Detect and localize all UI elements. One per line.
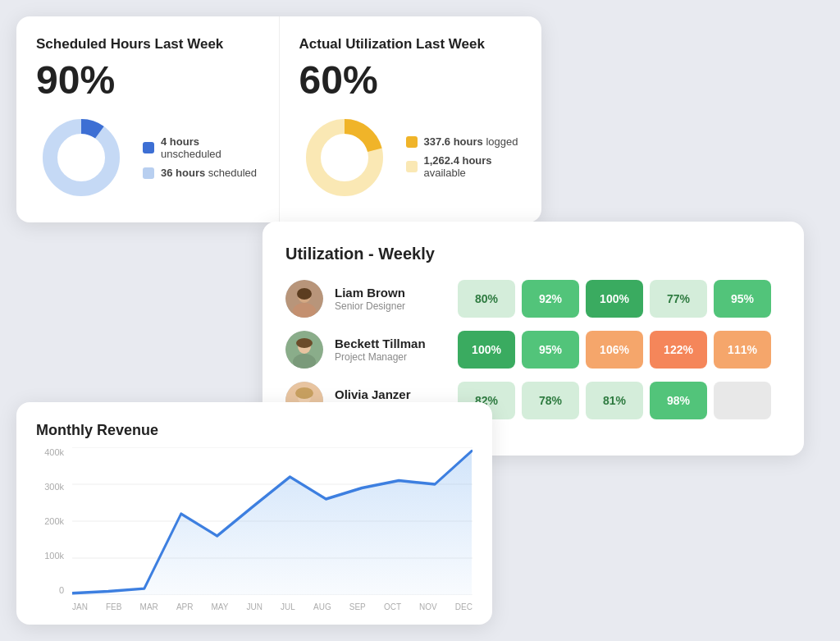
svg-marker-21 — [72, 451, 472, 596]
logged-label: logged — [483, 135, 518, 148]
scheduled-donut-chart — [36, 112, 126, 203]
svg-point-7 — [297, 288, 312, 300]
x-label-may: MAY — [212, 602, 229, 611]
utilization-legend: 337.6 hours logged 1,262.4 hours availab… — [406, 135, 523, 179]
metric-cell: 100% — [458, 331, 515, 369]
person-name-beckett: Beckett Tillman — [335, 337, 426, 350]
unscheduled-label: unscheduled — [161, 148, 221, 160]
x-label-mar: MAR — [140, 602, 158, 611]
x-label-jun: JUN — [247, 602, 262, 611]
x-label-aug: AUG — [313, 602, 331, 611]
metric-cell: 78% — [522, 382, 579, 419]
metric-cell: 81% — [586, 382, 643, 419]
available-dot — [406, 161, 418, 172]
metric-cell: 77% — [650, 280, 707, 318]
table-row: Liam Brown Senior Designer 80% 92% 100% … — [285, 280, 781, 318]
metric-cell: 98% — [650, 382, 707, 419]
logged-dot — [406, 136, 418, 148]
top-stats-card: Scheduled Hours Last Week 90% 4 hours un… — [16, 16, 541, 222]
metric-cell: 106% — [586, 331, 643, 369]
actual-utilization-panel: Actual Utilization Last Week 60% 337.6 h… — [280, 16, 542, 222]
metric-cell: 95% — [714, 280, 771, 318]
utilization-donut-area: 337.6 hours logged 1,262.4 hours availab… — [299, 112, 523, 203]
x-label-dec: DEC — [455, 602, 472, 611]
metric-cell: 111% — [714, 331, 771, 369]
person-info-liam: Liam Brown Senior Designer — [285, 280, 458, 318]
y-axis: 400k 300k 200k 100k 0 — [36, 447, 69, 595]
scheduled-label: scheduled — [205, 167, 257, 179]
legend-unscheduled: 4 hours unscheduled — [143, 135, 259, 160]
metrics-beckett: 100% 95% 106% 122% 111% — [458, 331, 781, 369]
person-info-beckett: Beckett Tillman Project Manager — [285, 331, 458, 369]
legend-scheduled: 36 hours scheduled — [143, 167, 259, 179]
revenue-chart-area: 400k 300k 200k 100k 0 — [36, 447, 472, 611]
x-label-feb: FEB — [106, 602, 121, 611]
metric-cell: 92% — [522, 280, 579, 318]
svg-point-15 — [295, 387, 313, 399]
unscheduled-hours: 4 hours — [161, 135, 199, 148]
y-label-400k: 400k — [44, 447, 64, 457]
scheduled-title: Scheduled Hours Last Week — [36, 36, 259, 53]
y-label-300k: 300k — [44, 482, 64, 492]
utilization-percentage: 60% — [299, 59, 523, 103]
metrics-olivia: 82% 78% 81% 98% — [458, 382, 781, 419]
y-label-200k: 200k — [44, 516, 64, 526]
person-role-beckett: Project Manager — [335, 351, 426, 363]
person-text-liam: Liam Brown Senior Designer — [335, 286, 405, 312]
scheduled-percentage: 90% — [36, 59, 259, 103]
person-name-liam: Liam Brown — [335, 286, 405, 300]
logged-hours: 337.6 hours — [424, 135, 483, 148]
scheduled-hours: 36 hours — [161, 167, 205, 179]
metric-cell: 95% — [522, 331, 579, 369]
scheduled-dot — [143, 167, 154, 179]
available-label: available — [424, 167, 466, 179]
svg-point-11 — [296, 338, 313, 348]
scheduled-legend: 4 hours unscheduled 36 hours scheduled — [143, 135, 259, 179]
person-role-liam: Senior Designer — [335, 300, 405, 312]
weekly-title: Utilization - Weekly — [285, 245, 781, 263]
metric-cell: 100% — [586, 280, 643, 318]
monthly-revenue-card: Monthly Revenue 400k 300k 200k 100k 0 — [16, 402, 492, 625]
x-axis: JAN FEB MAR APR MAY JUN JUL AUG SEP OCT … — [72, 602, 472, 611]
person-text-beckett: Beckett Tillman Project Manager — [335, 337, 426, 363]
metric-cell: 80% — [458, 280, 515, 318]
x-label-jan: JAN — [72, 602, 88, 611]
revenue-line-chart — [72, 447, 472, 595]
utilization-donut-chart — [299, 112, 390, 203]
table-row: Beckett Tillman Project Manager 100% 95%… — [285, 331, 781, 369]
avatar-beckett — [285, 331, 323, 369]
y-label-100k: 100k — [44, 551, 64, 561]
x-label-sep: SEP — [349, 602, 366, 611]
x-label-nov: NOV — [419, 602, 437, 611]
scheduled-hours-panel: Scheduled Hours Last Week 90% 4 hours un… — [16, 16, 280, 222]
x-label-apr: APR — [176, 602, 194, 611]
utilization-title: Actual Utilization Last Week — [299, 36, 523, 53]
y-label-0: 0 — [59, 585, 64, 595]
metric-cell — [714, 382, 771, 419]
svg-point-0 — [50, 126, 112, 189]
unscheduled-dot — [143, 142, 154, 153]
scheduled-donut-area: 4 hours unscheduled 36 hours scheduled — [36, 112, 259, 203]
revenue-title: Monthly Revenue — [36, 422, 472, 439]
available-hours: 1,262.4 hours — [424, 154, 492, 167]
person-name-olivia: Olivia Janzer — [335, 387, 413, 401]
avatar-liam — [285, 280, 323, 318]
legend-logged: 337.6 hours logged — [406, 135, 523, 148]
metric-cell: 122% — [650, 331, 707, 369]
x-label-oct: OCT — [384, 602, 401, 611]
metrics-liam: 80% 92% 100% 77% 95% — [458, 280, 781, 318]
x-label-jul: JUL — [281, 602, 295, 611]
legend-available: 1,262.4 hours available — [406, 154, 523, 179]
